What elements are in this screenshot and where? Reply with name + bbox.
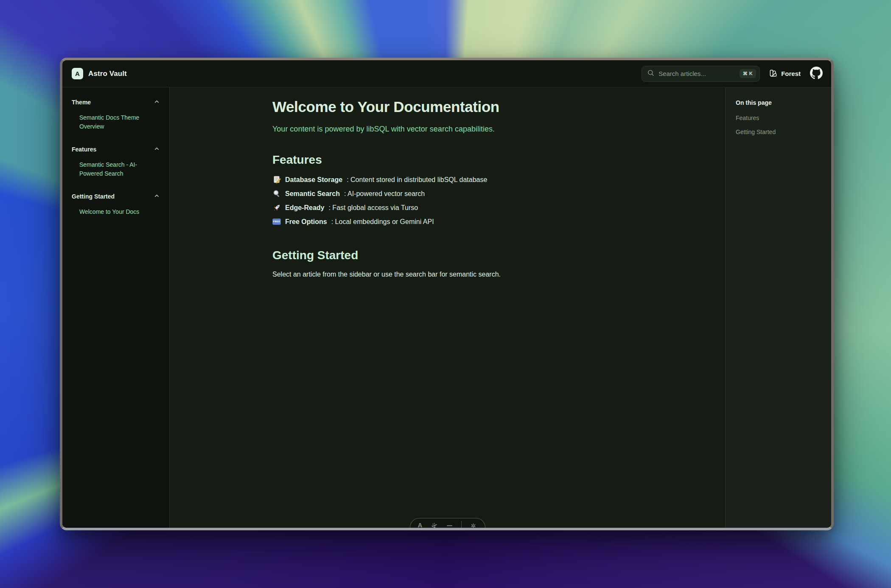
sidebar-section-toggle-theme[interactable]: Theme bbox=[72, 98, 160, 106]
sidebar-section-theme: Theme Semantic Docs Theme Overview bbox=[72, 98, 160, 131]
github-link[interactable] bbox=[810, 67, 823, 81]
chevron-up-icon bbox=[154, 146, 160, 153]
theme-selector-label: Forest bbox=[781, 70, 801, 77]
inspect-icon[interactable] bbox=[431, 522, 438, 528]
feature-label: Database Storage bbox=[285, 176, 342, 184]
toc-link-getting-started[interactable]: Getting Started bbox=[736, 129, 821, 135]
feature-text: : AI-powered vector search bbox=[344, 190, 425, 198]
header-actions: Search articles... ⌘ K Forest bbox=[642, 66, 823, 82]
article: Welcome to Your Documentation Your conte… bbox=[268, 87, 627, 278]
feature-item-edge-ready: Edge-Ready: Fast global access via Turso bbox=[272, 203, 622, 212]
sidebar-section-label: Getting Started bbox=[72, 193, 115, 200]
sidebar-link-welcome-to-your-docs[interactable]: Welcome to Your Docs bbox=[72, 207, 152, 216]
page-subtitle: Your content is powered by libSQL with v… bbox=[272, 125, 622, 134]
sidebar-section-toggle-features[interactable]: Features bbox=[72, 146, 160, 153]
swatchbook-icon bbox=[769, 69, 777, 78]
sidebar-section-label: Features bbox=[72, 146, 96, 153]
feature-item-semantic-search: Semantic Search: AI-powered vector searc… bbox=[272, 189, 622, 198]
github-icon bbox=[810, 67, 823, 81]
feature-item-free-options: FREE Free Options: Local embeddings or G… bbox=[272, 217, 622, 226]
desktop-wallpaper: A Astro Vault Search articles... ⌘ K For… bbox=[0, 0, 891, 588]
features-heading: Features bbox=[272, 153, 622, 167]
settings-gear-icon[interactable] bbox=[470, 522, 477, 528]
sidebar-link-semantic-docs-theme-overview[interactable]: Semantic Docs Theme Overview bbox=[72, 113, 152, 131]
features-list: Database Storage: Content stored in dist… bbox=[272, 175, 622, 226]
theme-selector-button[interactable]: Forest bbox=[769, 69, 801, 78]
sidebar-link-semantic-search[interactable]: Semantic Search - AI-Powered Search bbox=[72, 160, 152, 178]
search-input[interactable]: Search articles... ⌘ K bbox=[642, 66, 760, 82]
main-content: Welcome to Your Documentation Your conte… bbox=[170, 87, 725, 528]
dev-toolbar: A bbox=[410, 518, 485, 528]
chevron-up-icon bbox=[154, 193, 160, 200]
audit-icon[interactable] bbox=[446, 522, 453, 528]
search-icon bbox=[647, 69, 654, 78]
sidebar-section-toggle-getting-started[interactable]: Getting Started bbox=[72, 193, 160, 200]
app-window: A Astro Vault Search articles... ⌘ K For… bbox=[60, 58, 834, 530]
toc-link-features[interactable]: Features bbox=[736, 115, 821, 121]
sidebar-section-features: Features Semantic Search - AI-Powered Se… bbox=[72, 146, 160, 178]
on-this-page-panel: On this page Features Getting Started bbox=[725, 87, 831, 528]
brand-title[interactable]: Astro Vault bbox=[88, 70, 127, 78]
feature-text: : Fast global access via Turso bbox=[328, 204, 418, 212]
search-shortcut-badge: ⌘ K bbox=[740, 69, 757, 78]
getting-started-heading: Getting Started bbox=[272, 249, 622, 262]
sidebar-section-getting-started: Getting Started Welcome to Your Docs bbox=[72, 193, 160, 216]
astro-logo-icon[interactable]: A bbox=[418, 522, 423, 528]
feature-label: Semantic Search bbox=[285, 190, 340, 198]
memo-icon bbox=[272, 175, 281, 184]
left-sidebar: Theme Semantic Docs Theme Overview Featu… bbox=[62, 87, 170, 528]
sidebar-section-label: Theme bbox=[72, 99, 91, 106]
rocket-icon bbox=[272, 203, 281, 212]
magnifier-icon bbox=[272, 189, 281, 198]
getting-started-text: Select an article from the sidebar or us… bbox=[272, 271, 622, 278]
dev-toolbar-separator bbox=[461, 521, 462, 528]
chevron-up-icon bbox=[154, 98, 160, 106]
search-placeholder: Search articles... bbox=[658, 70, 735, 77]
feature-label: Free Options bbox=[285, 218, 327, 226]
body-row: Theme Semantic Docs Theme Overview Featu… bbox=[62, 87, 831, 528]
brand-logo[interactable]: A bbox=[72, 68, 83, 79]
feature-text: : Local embeddings or Gemini API bbox=[331, 218, 434, 226]
brand: A Astro Vault bbox=[72, 68, 127, 79]
page-title: Welcome to Your Documentation bbox=[272, 98, 622, 115]
site-header: A Astro Vault Search articles... ⌘ K For… bbox=[62, 60, 831, 87]
feature-text: : Content stored in distributed libSQL d… bbox=[347, 176, 487, 184]
free-badge-icon: FREE bbox=[272, 217, 281, 226]
feature-label: Edge-Ready bbox=[285, 204, 324, 212]
toc-title: On this page bbox=[736, 99, 821, 106]
feature-item-database-storage: Database Storage: Content stored in dist… bbox=[272, 175, 622, 184]
